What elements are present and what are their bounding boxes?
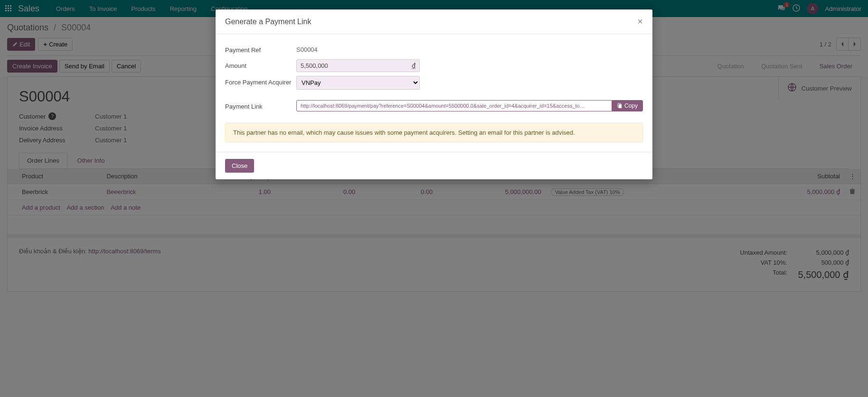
amount-label: Amount bbox=[225, 59, 296, 69]
amount-input[interactable]: 5,500,000 ₫ bbox=[296, 59, 420, 72]
modal-title: Generate a Payment Link bbox=[225, 18, 311, 26]
payment-link-modal: Generate a Payment Link × Payment Ref S0… bbox=[216, 9, 652, 179]
payment-ref-label: Payment Ref bbox=[225, 44, 296, 54]
acquirer-select[interactable]: VNPay bbox=[296, 76, 420, 90]
warning-alert: This partner has no email, which may cau… bbox=[225, 123, 643, 142]
close-button[interactable]: Close bbox=[225, 159, 254, 173]
svg-rect-11 bbox=[619, 104, 622, 108]
payment-ref-value: S00004 bbox=[296, 44, 420, 55]
payment-link-input[interactable] bbox=[296, 100, 612, 111]
payment-link-label: Payment Link bbox=[225, 100, 296, 110]
acquirer-label: Force Payment Acquirer bbox=[225, 76, 296, 86]
copy-button[interactable]: Copy bbox=[612, 100, 643, 111]
close-icon[interactable]: × bbox=[637, 16, 643, 27]
